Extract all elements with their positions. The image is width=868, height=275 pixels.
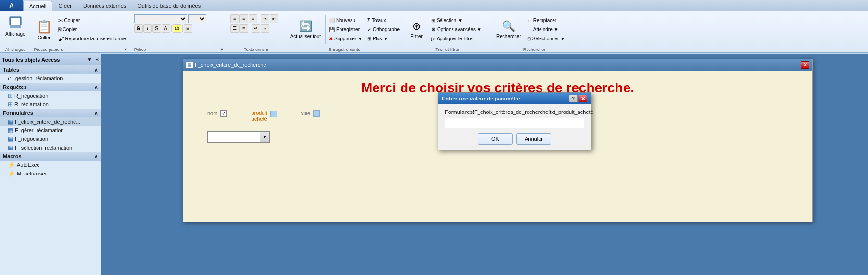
form-titlebar: ▦ F_choix_critère_de_recherche ✕ bbox=[183, 59, 812, 71]
nav-item-f-choix[interactable]: ▦ F_choix_critère_de_reche... bbox=[0, 117, 101, 126]
plus-button[interactable]: ⊞ Plus ▼ bbox=[366, 35, 401, 43]
nouveau-button[interactable]: ⬜ Nouveau bbox=[327, 16, 364, 25]
param-dialog: Entrer une valeur de paramètre ? ✕ Formu… bbox=[438, 92, 591, 150]
ville-checkbox[interactable] bbox=[313, 110, 320, 117]
grid-button[interactable]: ⊞ bbox=[184, 24, 192, 33]
macros-collapse-icon: ∧ bbox=[94, 154, 98, 159]
options-avancees-button[interactable]: ⚙ Options avancées ▼ bbox=[430, 25, 483, 34]
nav-item-m-actualiser[interactable]: ⚡ M_actualiser bbox=[0, 169, 101, 178]
presse-papiers-label: Presse-papiers ▼ bbox=[34, 46, 128, 52]
formulaires-section-header[interactable]: Formulaires ∧ bbox=[0, 109, 101, 117]
query-icon-2: ⊞ bbox=[8, 101, 13, 108]
rtl-button[interactable]: ↵ bbox=[252, 24, 260, 33]
nav-collapse-icon[interactable]: « bbox=[96, 57, 99, 62]
indent-button[interactable]: ⇥ bbox=[261, 14, 269, 23]
requetes-collapse-icon: ∧ bbox=[94, 85, 98, 90]
nav-item-f-negociation[interactable]: ▦ F_négociation bbox=[0, 135, 101, 143]
bullet-list-button[interactable]: ☰ bbox=[230, 24, 239, 33]
reproduire-button[interactable]: 🖌 Reproduire la mise en forme bbox=[56, 35, 128, 43]
align-left-button[interactable]: ≡ bbox=[230, 14, 239, 23]
ltr-button[interactable]: ↳ bbox=[261, 24, 269, 33]
query-icon: ⊞ bbox=[8, 92, 13, 99]
nav-header[interactable]: Tous les objets Access ▼ « bbox=[0, 54, 101, 65]
form-icon-4: ▦ bbox=[8, 144, 13, 151]
tables-section-header[interactable]: Tables ∧ bbox=[0, 65, 101, 74]
param-dialog-close-button[interactable]: ✕ bbox=[579, 95, 587, 102]
appliquer-filtre-button[interactable]: ▷ Appliquer le filtre bbox=[430, 35, 483, 43]
font-size-select[interactable] bbox=[188, 14, 206, 23]
couper-button[interactable]: ✂ Couper bbox=[56, 16, 128, 25]
enregistrer-icon: 💾 bbox=[329, 27, 335, 32]
form-icon-3: ▦ bbox=[8, 136, 13, 142]
requetes-section-header[interactable]: Requêtes ∧ bbox=[0, 83, 101, 91]
align-right-button[interactable]: ≡ bbox=[249, 14, 257, 23]
supprimer-icon: ✖ bbox=[329, 36, 333, 41]
remplacer-button[interactable]: ↔ Remplacer bbox=[526, 16, 566, 25]
produit-achete-checkbox[interactable] bbox=[270, 111, 277, 117]
bold-button[interactable]: G bbox=[134, 24, 143, 33]
font-color-button[interactable]: A bbox=[162, 24, 170, 33]
formulaires-collapse-icon: ∧ bbox=[94, 111, 98, 116]
coller-button[interactable]: 📋 Coller bbox=[34, 14, 54, 45]
nav-item-autoexec[interactable]: ⚡ AutoExec bbox=[0, 161, 101, 169]
police-expand-icon[interactable]: ▼ bbox=[220, 47, 224, 52]
tab-donnees-externes[interactable]: Données externes bbox=[77, 1, 132, 11]
tables-collapse-icon: ∧ bbox=[94, 67, 98, 73]
selectionner-icon: ⊡ bbox=[527, 36, 531, 41]
presse-papiers-expand-icon[interactable]: ▼ bbox=[124, 47, 128, 52]
nom-checkbox[interactable]: ✓ bbox=[220, 110, 227, 117]
nom-dropdown-arrow[interactable]: ▼ bbox=[260, 131, 270, 143]
rechercher-label: Rechercher bbox=[494, 46, 575, 52]
navigation-pane: Tous les objets Access ▼ « Tables ∧ 🗃 ge… bbox=[0, 54, 101, 275]
macros-section-header[interactable]: Macros ∧ bbox=[0, 152, 101, 161]
tab-outils-bdd[interactable]: Outils de base de données bbox=[132, 1, 206, 11]
param-dialog-cancel-button[interactable]: Annuler bbox=[516, 133, 551, 145]
nav-item-f-gerer[interactable]: ▦ F_gérer_réclamation bbox=[0, 126, 101, 135]
affichage-button[interactable]: Affichage bbox=[4, 13, 27, 38]
orthographe-button[interactable]: ✓ Orthographe bbox=[366, 25, 401, 34]
highlight-button[interactable]: ab bbox=[173, 24, 181, 33]
macro-icon-2: ⚡ bbox=[8, 170, 15, 177]
affichage-icon bbox=[8, 15, 23, 30]
nav-item-r-reclamation[interactable]: ⊞ R_réclamation bbox=[0, 100, 101, 109]
nom-input[interactable] bbox=[207, 131, 260, 143]
outdent-button[interactable]: ⇤ bbox=[270, 14, 278, 23]
form-close-button[interactable]: ✕ bbox=[801, 61, 809, 69]
totaux-button[interactable]: Σ Totaux bbox=[366, 16, 401, 25]
param-dialog-body: Formulaires!F_choix_critères_de_recherch… bbox=[438, 104, 591, 150]
number-list-button[interactable]: ≡ bbox=[239, 24, 248, 33]
param-dialog-input[interactable] bbox=[445, 118, 584, 128]
tab-creer[interactable]: Créer bbox=[52, 1, 77, 11]
font-family-select[interactable] bbox=[134, 14, 187, 23]
param-dialog-ok-button[interactable]: OK bbox=[478, 133, 513, 145]
param-dialog-titlebar: Entrer une valeur de paramètre ? ✕ bbox=[438, 93, 591, 104]
coller-label: Coller bbox=[38, 35, 50, 40]
tab-accueil[interactable]: Accueil bbox=[23, 1, 52, 11]
param-dialog-help-button[interactable]: ? bbox=[569, 95, 578, 102]
affichages-group-label: Affichages bbox=[4, 46, 27, 52]
appliquer-filtre-icon: ▷ bbox=[431, 36, 435, 41]
form-icon-2: ▦ bbox=[8, 127, 13, 134]
atteindre-icon: → bbox=[527, 27, 532, 32]
filtrer-button[interactable]: ⊛ Filtrer bbox=[407, 14, 426, 45]
app-button[interactable]: A bbox=[0, 0, 23, 11]
nav-header-text: Tous les objets Access bbox=[2, 57, 86, 62]
nav-item-gestion-reclamation[interactable]: 🗃 gestion_réclamation bbox=[0, 74, 101, 83]
italic-button[interactable]: I bbox=[143, 24, 152, 33]
atteindre-button[interactable]: → Atteindre ▼ bbox=[526, 25, 566, 34]
supprimer-button[interactable]: ✖ Supprimer ▼ bbox=[327, 35, 364, 43]
align-center-button[interactable]: ≡ bbox=[239, 14, 248, 23]
form-title: F_choix_critère_de_recherche bbox=[195, 62, 266, 68]
nav-item-f-selection[interactable]: ▦ F_sélection_réclamation bbox=[0, 143, 101, 152]
copier-button[interactable]: ⎘ Copier bbox=[56, 25, 128, 34]
rechercher-button[interactable]: 🔍 Rechercher bbox=[494, 14, 524, 45]
selection-button[interactable]: ⊞ Sélection ▼ bbox=[430, 16, 483, 25]
underline-button[interactable]: S bbox=[152, 24, 161, 33]
affichage-label: Affichage bbox=[5, 31, 25, 37]
nav-item-r-negociation[interactable]: ⊞ R_négociation bbox=[0, 91, 101, 100]
selectionner-button[interactable]: ⊡ Sélectionner ▼ bbox=[526, 35, 566, 43]
nav-dropdown-icon[interactable]: ▼ bbox=[88, 57, 92, 62]
enregistrer-button[interactable]: 💾 Enregistrer bbox=[327, 25, 364, 34]
reproduire-icon: 🖌 bbox=[58, 36, 64, 42]
actualiser-tout-button[interactable]: 🔄 Actualiser tout bbox=[288, 14, 323, 45]
